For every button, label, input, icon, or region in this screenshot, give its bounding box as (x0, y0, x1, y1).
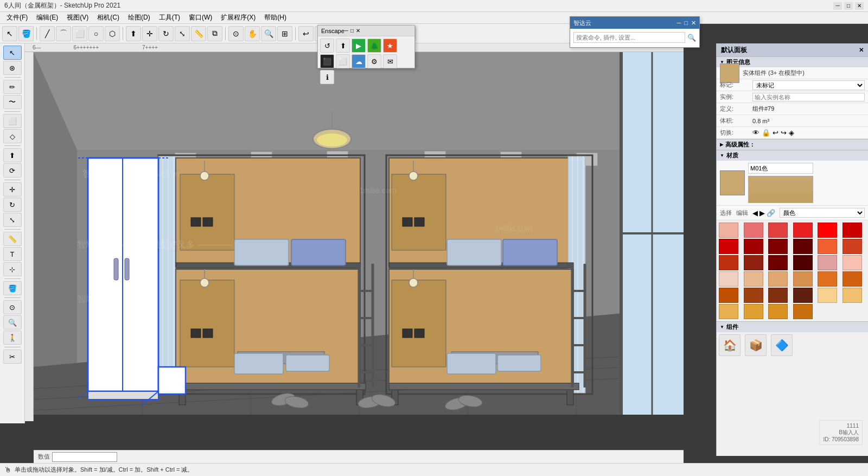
menu-item-C[interactable]: 相机(C) (93, 12, 124, 23)
scale-lt-button[interactable]: ⤡ (3, 213, 22, 227)
color-swatch-0[interactable] (719, 223, 738, 238)
color-swatch-21[interactable] (793, 271, 813, 287)
main-viewport[interactable]: 智鸠网 1miba.com 智鸠网 ————— 模型好又多 ———— 1miba… (34, 52, 684, 415)
color-swatch-22[interactable] (818, 271, 837, 287)
menu-item-E[interactable]: 编辑(E) (32, 12, 62, 23)
color-swatch-6[interactable] (719, 239, 738, 254)
minimize-button[interactable]: ─ (833, 2, 842, 10)
pan-tool-button[interactable]: ✋ (245, 26, 260, 41)
enscape-live-btn[interactable]: ▶ (352, 39, 366, 53)
offset-tool-button[interactable]: ⧉ (207, 26, 222, 41)
smart-close-btn[interactable]: ✕ (691, 20, 696, 27)
color-swatch-27[interactable] (793, 288, 813, 303)
lock-icon[interactable]: 🔒 (762, 129, 770, 137)
color-swatch-1[interactable] (744, 223, 763, 238)
arrow-left-icon[interactable]: ↩ (773, 129, 778, 137)
color-swatch-15[interactable] (793, 255, 813, 270)
section-lt-button[interactable]: ✂ (3, 350, 22, 364)
color-swatch-13[interactable] (744, 255, 763, 270)
menu-item-T[interactable]: 工具(T) (155, 12, 184, 23)
color-swatch-11[interactable] (843, 239, 862, 254)
color-swatch-12[interactable] (719, 255, 738, 270)
color-swatch-8[interactable] (768, 239, 788, 254)
enscape-star-btn[interactable]: ★ (383, 39, 397, 53)
material-section[interactable]: 材质 (717, 150, 868, 161)
rect-tool-button[interactable]: ⬜ (72, 26, 87, 41)
color-swatch-29[interactable] (843, 288, 862, 303)
advanced-section[interactable]: 高级属性： (717, 139, 868, 150)
3d-poly-button[interactable]: ◇ (3, 129, 22, 143)
orbit-tool-button[interactable]: ⊙ (228, 26, 244, 41)
color-swatch-26[interactable] (768, 288, 788, 303)
color-swatch-9[interactable] (793, 239, 813, 254)
color-swatch-14[interactable] (768, 255, 788, 270)
mat-link-icon[interactable]: 🔗 (767, 209, 775, 217)
menu-item-V[interactable]: 视图(V) (62, 12, 93, 23)
color-swatch-32[interactable] (768, 304, 788, 319)
enscape-cloud-btn[interactable]: ☁ (352, 54, 366, 68)
enscape-mail-btn[interactable]: ✉ (383, 54, 397, 68)
rotate-lt-button[interactable]: ↻ (3, 198, 22, 212)
color-swatch-19[interactable] (744, 271, 763, 287)
zoom-tool-button[interactable]: 🔍 (261, 26, 276, 41)
color-swatch-30[interactable] (719, 304, 738, 319)
enscape-max-btn[interactable]: □ (350, 28, 354, 34)
tape-tool-button[interactable]: 📏 (191, 26, 206, 41)
color-swatch-4[interactable] (818, 223, 837, 238)
line-tool-button[interactable]: ╱ (40, 26, 55, 41)
enscape-upload-btn[interactable]: ⬆ (336, 39, 350, 53)
rp-close-icon[interactable]: ✕ (859, 47, 864, 54)
pencil-button[interactable]: ✏ (3, 80, 22, 94)
smart-search-input[interactable] (573, 32, 685, 43)
enscape-black-btn[interactable]: ⬛ (320, 54, 334, 68)
orbit-lt-button[interactable]: ⊙ (3, 300, 22, 314)
move-tool-button[interactable]: ✛ (142, 26, 157, 41)
comp-icon-shape[interactable]: 🔷 (771, 334, 793, 356)
enscape-min-btn[interactable]: ─ (344, 28, 348, 34)
color-swatch-23[interactable] (843, 271, 862, 287)
menu-item-W[interactable]: 窗口(W) (184, 12, 216, 23)
close-button[interactable]: ✕ (855, 2, 864, 10)
tape-lt-button[interactable]: 📏 (3, 232, 22, 246)
instance-input[interactable] (752, 93, 865, 101)
enscape-tree-btn[interactable]: 🌲 (367, 39, 381, 53)
follow-me-button[interactable]: ⟳ (3, 163, 22, 177)
comp-icon-box[interactable]: 📦 (745, 334, 767, 356)
color-swatch-24[interactable] (719, 288, 738, 303)
color-swatch-17[interactable] (843, 255, 862, 270)
menu-item-H[interactable]: 帮助(H) (260, 12, 291, 23)
undo-button[interactable]: ↩ (298, 26, 314, 41)
color-swatch-3[interactable] (793, 223, 813, 238)
num-input-field[interactable] (52, 452, 117, 462)
color-swatch-2[interactable] (768, 223, 788, 238)
rotate-tool-button[interactable]: ↻ (158, 26, 174, 41)
color-dropdown[interactable]: 颜色 (780, 208, 865, 218)
color-swatch-18[interactable] (719, 271, 738, 287)
arrow-right-icon[interactable]: ↪ (781, 129, 787, 137)
enscape-close-btn[interactable]: ✕ (356, 28, 360, 34)
material-name-input[interactable] (748, 163, 813, 174)
walk-button[interactable]: 🚶 (3, 331, 22, 345)
enscape-grid-btn[interactable]: ⬜ (336, 54, 350, 68)
select-button[interactable]: ↖ (3, 46, 22, 60)
eye-icon[interactable]: 👁 (752, 129, 760, 137)
move-lt-button[interactable]: ✛ (3, 182, 22, 196)
color-swatch-31[interactable] (744, 304, 763, 319)
mat-left-arrow[interactable]: ◀ (752, 209, 758, 217)
push-pull-button[interactable]: ⬆ (126, 26, 141, 41)
rectangle-button[interactable]: ⬜ (3, 114, 22, 128)
zoom-extents-button[interactable]: ⊞ (277, 26, 292, 41)
components-section-header[interactable]: 组件 (717, 321, 868, 332)
color-swatch-7[interactable] (744, 239, 763, 254)
color-swatch-16[interactable] (818, 255, 837, 270)
arc-tool-button[interactable]: ⌒ (56, 26, 71, 41)
color-swatch-25[interactable] (744, 288, 763, 303)
push-pull-lt-button[interactable]: ⬆ (3, 148, 22, 162)
scale-tool-button[interactable]: ⤡ (175, 26, 190, 41)
menu-item-X[interactable]: 扩展程序(X) (216, 12, 260, 23)
polygon-tool-button[interactable]: ⬡ (105, 26, 120, 41)
color-swatch-10[interactable] (818, 239, 837, 254)
link-icon[interactable]: ◈ (789, 129, 794, 137)
smart-min-btn[interactable]: ─ (677, 20, 681, 27)
tag-dropdown[interactable]: 未标记 (752, 80, 865, 90)
